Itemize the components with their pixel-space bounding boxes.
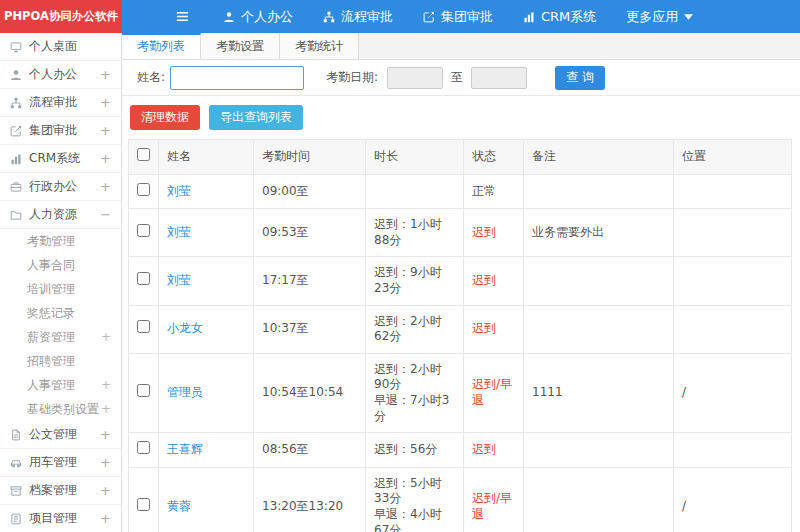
search-button[interactable]: 查 询 [555,66,605,90]
sidebar-subitem-training-management[interactable]: 培训管理 [0,277,121,301]
nav-item-label: 流程审批 [341,8,393,26]
sidebar-item-group-approval[interactable]: 集团审批+ [0,117,121,145]
cell-name-link[interactable]: 刘莹 [159,257,254,305]
chart-icon [10,153,22,165]
cell-location [674,257,792,305]
table-row: 刘莹09:00至正常 [129,174,792,209]
cell-time: 17:17至 [254,257,366,305]
hamburger-menu-icon[interactable] [164,0,200,33]
cell-location [674,209,792,257]
sidebar-item-personal-office[interactable]: 个人办公+ [0,61,121,89]
cell-location: / [674,353,792,432]
sidebar-subitem-salary-management[interactable]: 薪资管理+ [0,325,121,349]
sidebar-item-process-approval[interactable]: 流程审批+ [0,89,121,117]
sidebar-subitem-personnel-management[interactable]: 人事管理+ [0,373,121,397]
flow-icon [10,97,22,109]
expand-plus-icon: + [100,427,111,442]
cell-name-link[interactable]: 管理员 [159,353,254,432]
cell-name-link[interactable]: 王喜辉 [159,433,254,468]
row-checkbox[interactable] [137,498,150,511]
cell-name-link[interactable]: 黄蓉 [159,467,254,532]
date-to-input[interactable] [471,67,527,89]
expand-plus-icon: + [100,483,111,498]
row-checkbox[interactable] [137,272,150,285]
sidebar-item-vehicle-management[interactable]: 用车管理+ [0,449,121,477]
row-checkbox[interactable] [137,320,150,333]
nav-item-more-apps[interactable]: 更多应用 [611,0,708,33]
row-checkbox[interactable] [137,183,150,196]
filter-bar: 姓名: 考勤日期: 至 查 询 [122,60,800,96]
clear-data-button[interactable]: 清理数据 [130,105,200,130]
select-all-checkbox[interactable] [137,148,150,161]
row-checkbox[interactable] [137,384,150,397]
table-body: 刘莹09:00至正常刘莹09:53至迟到：1小时88分迟到业务需要外出刘莹17:… [129,174,792,532]
sidebar-item-personal-desktop[interactable]: 个人桌面 [0,33,121,61]
name-filter-label: 姓名: [137,69,165,86]
cell-status: 迟到 [464,257,524,305]
cell-name-link[interactable]: 小龙女 [159,305,254,353]
expand-plus-icon: + [101,378,111,392]
edit-icon [10,125,22,137]
sidebar-subitem-basic-category-settings[interactable]: 基础类别设置+ [0,397,121,421]
cell-duration: 迟到：2小时62分 [366,305,464,353]
nav-item-label: CRM系统 [541,8,596,26]
sidebar-item-admin-office[interactable]: 行政办公+ [0,173,121,201]
sidebar-item-crm-system[interactable]: CRM系统+ [0,145,121,173]
chart-icon [523,11,535,23]
expand-plus-icon: + [100,151,111,166]
sidebar-subitem-label: 薪资管理 [27,329,75,346]
row-checkbox[interactable] [137,224,150,237]
sidebar-subitem-label: 招聘管理 [27,353,75,370]
archive-icon [10,485,22,497]
cell-location: / [674,467,792,532]
column-header: 备注 [524,140,674,175]
nav-item-group-approval[interactable]: 集团审批 [408,0,508,33]
cell-name-link[interactable]: 刘莹 [159,174,254,209]
car-icon [10,457,22,469]
folder-icon [10,209,22,221]
attendance-table: 姓名考勤时间时长状态备注位置 刘莹09:00至正常刘莹09:53至迟到：1小时8… [128,139,792,532]
cell-remark [524,467,674,532]
date-from-input[interactable] [387,67,443,89]
cell-duration: 迟到：9小时23分 [366,257,464,305]
row-checkbox-cell [129,305,159,353]
row-checkbox-cell [129,257,159,305]
export-list-button[interactable]: 导出查询列表 [209,105,303,130]
name-filter-input[interactable] [170,66,304,90]
sidebar-item-human-resources[interactable]: 人力资源− [0,201,121,229]
sidebar-item-archive-management[interactable]: 档案管理+ [0,477,121,505]
column-header: 考勤时间 [254,140,366,175]
collapse-minus-icon: − [100,207,111,222]
attendance-table-wrap: 姓名考勤时间时长状态备注位置 刘莹09:00至正常刘莹09:53至迟到：1小时8… [122,139,800,532]
cell-status: 迟到 [464,305,524,353]
table-row: 王喜辉08:56至迟到：56分迟到 [129,433,792,468]
nav-item-process-approval[interactable]: 流程审批 [308,0,408,33]
cell-name-link[interactable]: 刘莹 [159,209,254,257]
expand-plus-icon: + [100,67,111,82]
sidebar-subitem-label: 基础类别设置 [27,401,99,418]
sidebar-item-label: 个人桌面 [29,38,77,55]
tab-attendance-statistics[interactable]: 考勤统计 [280,33,359,59]
sidebar-item-label: 档案管理 [29,482,77,499]
sidebar-subitem-personnel-contract[interactable]: 人事合同 [0,253,121,277]
sidebar-item-project-management[interactable]: 项目管理+ [0,505,121,532]
sidebar-item-label: 人力资源 [29,206,77,223]
nav-item-personal-office[interactable]: 个人办公 [208,0,308,33]
sidebar-subitem-attendance-management[interactable]: 考勤管理 [0,229,121,253]
column-header: 位置 [674,140,792,175]
app-logo: PHPOA协同办公软件 [0,0,122,33]
nav-item-crm-system[interactable]: CRM系统 [508,0,611,33]
row-checkbox-cell [129,433,159,468]
nav-item-label: 更多应用 [626,8,678,26]
sidebar-subitem-recruitment-management[interactable]: 招聘管理 [0,349,121,373]
table-row: 刘莹17:17至迟到：9小时23分迟到 [129,257,792,305]
row-checkbox-cell [129,209,159,257]
tab-attendance-list[interactable]: 考勤列表 [122,33,201,59]
sidebar-item-label: 行政办公 [29,178,77,195]
sidebar-item-document-management[interactable]: 公文管理+ [0,421,121,449]
tab-attendance-settings[interactable]: 考勤设置 [201,33,280,59]
row-checkbox[interactable] [137,441,150,454]
row-checkbox-cell [129,353,159,432]
sidebar-item-label: 公文管理 [29,426,77,443]
sidebar-subitem-reward-punishment-record[interactable]: 奖惩记录 [0,301,121,325]
